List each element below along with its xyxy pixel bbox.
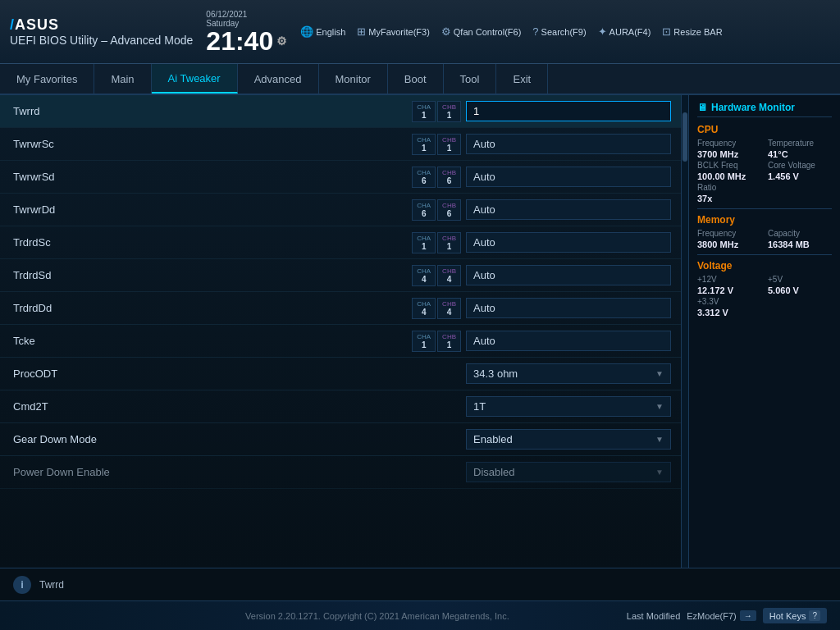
cha-box: CHA 1 [412,232,436,253]
nav-main[interactable]: Main [94,64,151,94]
chb-box: CHB 6 [437,167,461,188]
memory-section-title: Memory [697,214,832,226]
table-row: Twrrd CHA 1 CHB 1 [0,95,681,128]
cmd2t-dropdown[interactable]: 1T ▼ [466,396,671,417]
corevoltage-value: 1.456 V [768,171,832,181]
powerdown-dropdown[interactable]: Disabled ▼ [466,462,671,482]
twrwrdd-value[interactable]: Auto [466,199,671,220]
trdrddd-value[interactable]: Auto [466,298,671,318]
trdrdsc-value[interactable]: Auto [466,232,671,253]
v5-label: +5V [768,275,832,284]
corevoltage-label: Core Voltage [768,161,832,170]
settings-icon[interactable]: ⚙ [276,35,287,47]
row-label: TwrwrSc [0,138,407,150]
channel-pair: CHA 1 CHB 1 [412,134,461,155]
hardware-monitor-panel: 🖥 Hardware Monitor CPU Frequency Tempera… [688,95,840,568]
chb-box: CHB 1 [437,232,461,253]
procodt-dropdown[interactable]: 34.3 ohm ▼ [466,363,671,384]
nav-advanced[interactable]: Advanced [238,64,319,94]
nav-exit[interactable]: Exit [496,64,548,94]
table-row: Cmd2T 1T ▼ [0,390,681,423]
row-label: TrdrdSd [0,269,407,281]
row-label: Cmd2T [0,400,240,413]
table-row: ProcODT 34.3 ohm ▼ [0,358,681,390]
monitor-icon: 🖥 [697,102,707,113]
tcke-value[interactable]: Auto [466,331,671,351]
trdrdsd-value[interactable]: Auto [466,265,671,285]
myfavorite-button[interactable]: ⊞ MyFavorite(F3) [357,25,430,38]
search-button[interactable]: ? Search(F9) [532,25,586,38]
twrrd-input[interactable] [466,101,671,121]
table-row: Gear Down Mode Enabled ▼ [0,423,681,456]
row-value: Enabled ▼ [466,429,671,450]
last-modified-button[interactable]: Last Modified [627,611,680,621]
chb-box: CHB 1 [437,101,461,122]
cha-box: CHA 1 [412,331,436,352]
chevron-down-icon: ▼ [655,435,664,444]
aura-button[interactable]: ✦ AURA(F4) [598,25,651,38]
search-icon: ? [532,25,538,38]
ratio-label: Ratio [697,183,761,192]
row-label: TwrwrDd [0,203,407,216]
nav-boot[interactable]: Boot [388,64,444,94]
chb-box: CHB 1 [437,134,461,155]
resizebar-button[interactable]: ⊡ Resize BAR [662,25,722,38]
table-row: TrdrdSc CHA 1 CHB 1 Auto [0,226,681,259]
table-row: TrdrdSd CHA 4 CHB 4 Auto [0,259,681,292]
main-content: Twrrd CHA 1 CHB 1 TwrwrSc [0,95,840,568]
ezmode-button[interactable]: EzMode(F7) → [687,610,756,621]
hotkeys-button[interactable]: Hot Keys ? [763,608,827,623]
row-value: 1T ▼ [466,396,671,417]
twrwrsc-value[interactable]: Auto [466,134,671,154]
header-controls: 🌐 English ⊞ MyFavorite(F3) ⚙ Qfan Contro… [300,25,722,38]
v33-label: +3.3V [697,297,761,306]
geardown-dropdown[interactable]: Enabled ▼ [466,429,671,450]
nav-aitweaker[interactable]: Ai Tweaker [152,64,238,94]
footer-buttons: Last Modified EzMode(F7) → Hot Keys ? [627,608,827,623]
nav-monitor[interactable]: Monitor [319,64,388,94]
row-value: 34.3 ohm ▼ [466,363,671,384]
channel-pair: CHA 1 CHB 1 [412,232,461,253]
cpu-temp-value: 41°C [768,149,832,159]
row-value: Auto [466,232,671,253]
scrollbar[interactable] [682,95,688,568]
footer: Version 2.20.1271. Copyright (C) 2021 Am… [0,600,840,630]
row-label: Power Down Enable [0,466,240,478]
ratio-value: 37x [697,194,761,203]
channel-pair: CHA 4 CHB 4 [412,298,461,319]
resizebar-icon: ⊡ [662,25,671,38]
cha-box: CHA 1 [412,101,436,122]
cpu-freq-value: 3700 MHz [697,149,761,159]
row-label: TrdrdDd [0,302,407,314]
nav-tool[interactable]: Tool [444,64,497,94]
v12-value: 12.172 V [697,285,761,295]
row-value: Auto [466,298,671,318]
row-label: Tcke [0,335,407,347]
aura-icon: ✦ [598,25,607,38]
qfan-button[interactable]: ⚙ Qfan Control(F6) [441,25,522,38]
language-button[interactable]: 🌐 English [300,25,345,38]
table-row: Power Down Enable Disabled ▼ [0,456,681,489]
datetime: 06/12/2021Saturday 21:40 ⚙ [206,10,287,54]
row-value [466,101,671,121]
cpu-monitor-grid: Frequency Temperature 3700 MHz 41°C BCLK… [697,139,832,203]
nav-favorites[interactable]: My Favorites [0,64,94,94]
footer-version: Version 2.20.1271. Copyright (C) 2021 Am… [128,611,627,621]
fan-icon: ⚙ [441,25,451,38]
mem-capacity-label: Capacity [768,229,832,238]
cpu-freq-label: Frequency [697,139,761,148]
v33-value: 3.312 V [697,308,761,317]
language-icon: 🌐 [300,25,313,38]
row-label: Twrrd [0,105,407,117]
chb-box: CHB 6 [437,199,461,221]
bclk-label: BCLK Freq [697,161,761,170]
row-value: Auto [466,331,671,351]
row-label: TwrwrSd [0,171,407,183]
twrwrsd-value[interactable]: Auto [466,167,671,187]
row-label: TrdrdSc [0,236,407,249]
memory-monitor-grid: Frequency Capacity 3800 MHz 16384 MB [697,229,832,249]
mem-capacity-value: 16384 MB [768,240,832,249]
mem-freq-value: 3800 MHz [697,240,761,249]
row-value: Disabled ▼ [466,462,671,482]
scrollbar-thumb[interactable] [682,112,687,162]
